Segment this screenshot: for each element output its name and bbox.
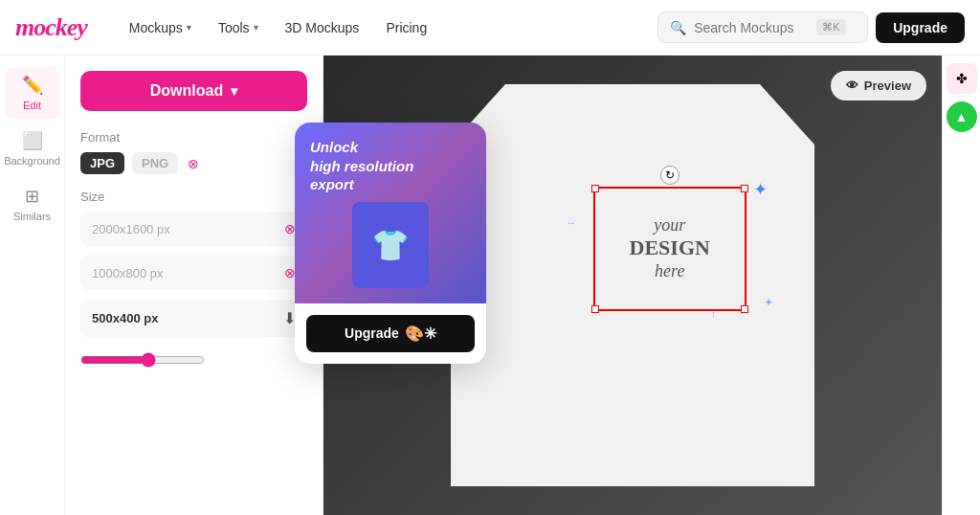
chevron-down-icon: ▾ — [187, 22, 191, 33]
right-strip: ✤ ▲ — [942, 56, 980, 515]
background-icon: ⬜ — [22, 130, 43, 151]
app-body: ✏️ Edit ⬜ Background ⊞ Similars Download… — [0, 56, 980, 515]
download-button[interactable]: Download ▾ — [80, 71, 307, 111]
edit-icon: ✏️ — [22, 75, 43, 96]
star-icon-blue: ✦ — [753, 179, 768, 200]
nav-pricing-label: Pricing — [386, 20, 427, 35]
size-value-1: 2000x1600 px — [92, 222, 277, 236]
eye-icon: 👁 — [846, 78, 858, 93]
arrow-accent-2: ↕ — [711, 308, 716, 319]
size-value-3: 500x400 px — [92, 311, 276, 325]
slider-row — [80, 352, 307, 368]
preview-button[interactable]: 👁 Preview — [831, 71, 926, 101]
size-label: Size — [80, 190, 307, 204]
size-row-2: 1000x800 px ⊗ — [80, 256, 307, 290]
sidebar-similars-label: Similars — [13, 211, 51, 222]
chevron-down-icon: ▾ — [231, 83, 237, 99]
nav-tools[interactable]: Tools ▾ — [207, 14, 270, 41]
corner-handle-br[interactable] — [741, 305, 748, 313]
similars-icon: ⊞ — [25, 186, 39, 207]
sidebar-item-background[interactable]: ⬜ Background — [5, 123, 60, 174]
sidebar-item-edit[interactable]: ✏️ Edit — [5, 67, 60, 119]
format-row: JPG PNG ⊗ — [80, 152, 307, 174]
logo[interactable]: mockey — [15, 13, 87, 42]
format-png-chip[interactable]: PNG — [132, 152, 178, 174]
rotate-handle[interactable]: ↻ — [660, 166, 679, 185]
quality-slider[interactable] — [80, 352, 205, 368]
format-label: Format — [80, 130, 307, 145]
upgrade-card-label: Upgrade — [345, 325, 399, 341]
upgrade-card-top: Unlock high resolution export 👕 — [295, 123, 486, 303]
search-bar[interactable]: 🔍 ⌘K — [657, 11, 868, 43]
preview-label: Preview — [864, 78, 911, 93]
size-value-2: 1000x800 px — [92, 266, 277, 280]
right-strip-item-1[interactable]: ✤ — [947, 63, 977, 94]
nav-3d-label: 3D Mockups — [285, 20, 360, 35]
search-input[interactable] — [694, 20, 809, 35]
tshirt-preview: 👕 — [352, 202, 429, 288]
size-row-1: 2000x1600 px ⊗ — [80, 212, 307, 246]
corner-handle-bl[interactable] — [591, 305, 599, 313]
right-strip-item-2[interactable]: ▲ — [947, 101, 977, 132]
download-label: Download — [150, 82, 223, 100]
design-design: DESIGN — [630, 235, 710, 260]
design-here: here — [630, 261, 710, 282]
nav-links: Mockups ▾ Tools ▾ 3D Mockups Pricing — [118, 14, 438, 41]
unlock-headline: Unlock high resolution export — [310, 138, 471, 194]
upgrade-card: Unlock high resolution export 👕 Upgrade … — [295, 123, 486, 364]
design-box[interactable]: ↻ your DESIGN here ✦ ✦ ↔ ↕ — [593, 187, 746, 311]
nav-pricing[interactable]: Pricing — [374, 14, 438, 41]
kbd-hint: ⌘K — [816, 19, 845, 35]
corner-handle-tl[interactable] — [591, 185, 599, 192]
design-your: your — [630, 215, 710, 236]
sidebar-edit-label: Edit — [23, 100, 41, 111]
format-close-icon[interactable]: ⊗ — [188, 156, 199, 171]
headline-line3: export — [310, 176, 354, 192]
upgrade-card-bottom: Upgrade 🎨✳ — [295, 303, 486, 364]
headline-line1: Unlock — [310, 139, 358, 155]
navbar: mockey Mockups ▾ Tools ▾ 3D Mockups Pric… — [0, 0, 980, 56]
upgrade-card-button[interactable]: Upgrade 🎨✳ — [306, 315, 475, 352]
nav-tools-label: Tools — [218, 20, 250, 35]
nav-mockups[interactable]: Mockups ▾ — [118, 14, 203, 41]
corner-handle-tr[interactable] — [741, 185, 748, 192]
sidebar: ✏️ Edit ⬜ Background ⊞ Similars — [0, 56, 65, 515]
upgrade-button[interactable]: Upgrade — [876, 12, 965, 43]
nav-mockups-label: Mockups — [129, 20, 183, 35]
download-panel: Download ▾ Format JPG PNG ⊗ Size 2000x16… — [65, 56, 323, 515]
upgrade-emoji-icons: 🎨✳ — [405, 325, 436, 343]
arrow-accent: ↔ — [567, 217, 576, 228]
star-icon-small: ✦ — [764, 296, 773, 309]
logo-text: mockey — [15, 13, 87, 41]
sidebar-item-similars[interactable]: ⊞ Similars — [5, 178, 60, 230]
chevron-down-icon: ▾ — [254, 22, 258, 33]
sidebar-background-label: Background — [4, 155, 60, 167]
headline-line2: high resolution — [310, 158, 413, 174]
size-row-3: 500x400 px ⬇ — [80, 300, 307, 337]
nav-3d-mockups[interactable]: 3D Mockups — [274, 14, 371, 41]
format-jpg-chip[interactable]: JPG — [80, 152, 124, 174]
design-text: your DESIGN here — [630, 215, 710, 282]
search-icon: 🔍 — [670, 20, 686, 35]
